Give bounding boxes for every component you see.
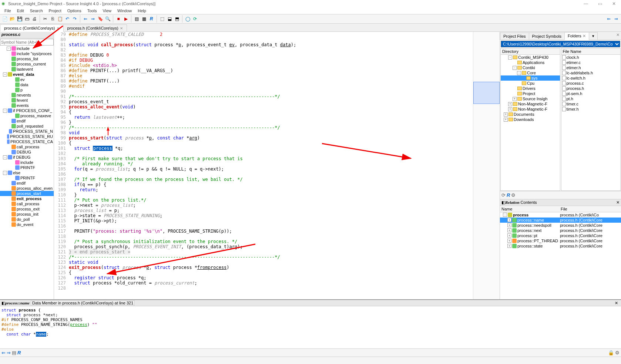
minimize-button[interactable]: — [580,1,591,7]
cut-icon[interactable]: ✂ [42,16,48,22]
symbol-row[interactable]: lastevent [0,67,54,72]
symbol-row[interactable]: process_start [0,191,54,196]
symbol-row[interactable]: -event_data [0,72,54,77]
relation-row[interactable]: +process::ptprocess.h (Contiki\Core [500,233,621,238]
panel1-icon[interactable]: ▤ [133,16,140,22]
right-tab[interactable]: Project Files [500,33,529,40]
symbol-row[interactable]: -else [0,170,54,175]
paste-icon[interactable]: 📋 [57,16,63,22]
search-icon[interactable]: 🔍 [104,16,111,22]
right-tab[interactable]: Folders ✕ [564,32,589,40]
symbol-row[interactable]: PRINTF [0,165,54,170]
relation-close-icon[interactable]: ✕ [616,200,620,205]
symbol-row[interactable]: endif [0,181,54,186]
file-row[interactable]: lc-switch.h [561,75,621,81]
relation-row[interactable]: +process::nextprocess.h (Contiki\Core [500,228,621,233]
back-icon[interactable]: ⇐ [82,16,89,22]
menu-tools[interactable]: Tools [84,9,100,13]
file-row[interactable]: pt-sem.h [561,91,621,96]
symbol-row[interactable]: process_current [0,61,54,67]
file-row[interactable]: clock.h [561,55,621,60]
sync-icon[interactable]: ⟳ [192,16,198,22]
dir-row[interactable]: +Non-Magnetic-F [501,107,560,112]
relation-row[interactable]: +process::nameprocess.h (Contiki\Core [500,218,621,223]
close-button[interactable]: ✕ [608,1,620,7]
dir-row[interactable]: +Source Insigh [501,96,560,101]
symbol-row[interactable]: process_alloc_even [0,186,54,191]
dir-row[interactable]: +Non-Magnetic-F [501,101,560,107]
right-close-icon[interactable]: ✕ [616,33,620,37]
dir-row[interactable]: +Documents [501,112,560,117]
ctx-fwd-icon[interactable]: ⇒ [7,350,11,355]
dir-row[interactable]: sys [501,75,560,81]
dir-row[interactable]: -Contiki [501,65,560,70]
symbol-row[interactable]: do_poll [0,217,54,222]
relation-r-icon[interactable]: R [507,192,510,198]
open-icon[interactable]: 📂 [9,16,16,22]
symbol-row[interactable]: ev [0,77,54,82]
dir-row[interactable]: Applications [501,60,560,65]
dir-row[interactable]: -Core [501,70,560,75]
build-icon[interactable]: ■ [115,16,122,22]
relation-row[interactable]: -processprocess.h (Contiki\Co [500,212,621,218]
circle-icon[interactable]: ◯ [184,16,191,22]
redo-icon[interactable]: ↷ [71,16,78,22]
symbol-row[interactable]: process_maxeve [0,113,54,118]
symbol-row[interactable]: include [0,160,54,165]
symbol-row[interactable]: call_process [0,144,54,149]
right-tab-dropdown[interactable]: ▾ [589,32,598,40]
file-pane[interactable]: File Name clock.hetimer.cetimer.hlc-addr… [561,48,621,191]
layout2-icon[interactable]: ⬓ [166,16,173,22]
symbol-row[interactable]: events [0,103,54,108]
ctx-back-icon[interactable]: ⇐ [1,350,6,355]
path-select[interactable]: C:\Users\12990\Desktop\Contiki_MSP430FR6… [501,41,620,47]
menu-project[interactable]: Project [46,9,64,13]
dir-row[interactable]: -Contiki_MSP430 [501,55,560,60]
symbol-row[interactable]: fevent [0,98,54,103]
directory-pane[interactable]: Directory -Contiki_MSP430Applications-Co… [500,48,560,191]
symbol-row[interactable]: -include [0,46,54,51]
symbol-row[interactable]: -if DEBUG [0,155,54,160]
file-row[interactable]: process.h [561,86,621,91]
menu-help[interactable]: Help [135,9,149,13]
file-row[interactable]: timer.h [561,107,621,112]
symbol-row[interactable]: PROCESS_STATE_CA [0,139,54,144]
relation-icon[interactable]: R [148,16,155,22]
symbol-row[interactable]: data [0,82,54,87]
file-row[interactable]: pt.h [561,96,621,101]
symbol-row[interactable]: PROCESS_STATE_N [0,129,54,134]
saveall-icon[interactable]: 🗃 [24,16,30,22]
run-icon[interactable]: ▶ [122,16,129,22]
menu-search[interactable]: Search [27,9,46,13]
symbol-row[interactable]: process_init [0,212,54,217]
relation-row[interactable]: +process::stateprocess.h (Contiki\Core [500,243,621,249]
relation-row[interactable]: +process::PT_THREADprocess.h (Contiki\Co… [500,238,621,243]
context-code[interactable]: struct process { struct process *next; #… [0,306,621,348]
symbol-search-input[interactable] [0,39,54,46]
right-tab[interactable]: Project Symbols [529,33,565,40]
symbol-row[interactable]: DEBUG [0,149,54,155]
gear2-icon[interactable]: ⚙ [511,192,516,198]
layout3-icon[interactable]: ⬒ [174,16,180,22]
symbol-row[interactable]: -if PROCESS_CONF_ [0,108,54,113]
symbol-row[interactable]: exit_process [0,196,54,201]
copy-icon[interactable]: ⎘ [49,16,56,22]
symbol-row[interactable]: poll_requested [0,124,54,129]
symbol-row[interactable]: PRINTF [0,175,54,181]
symbol-row[interactable]: do_event [0,222,54,227]
symbol-row[interactable]: process_exit [0,206,54,212]
ctx-gear-icon[interactable]: ⚙ [615,350,620,355]
symbol-row[interactable]: call_process [0,201,54,206]
file-row[interactable]: process.c [561,81,621,86]
fwd-icon[interactable]: ⇒ [90,16,96,22]
symbol-row[interactable]: PROCESS_STATE_RU [0,134,54,139]
ctx-lock-icon[interactable]: 🔒 [608,350,614,355]
refresh-folder-icon[interactable]: ⟳ [501,192,506,198]
tab-close-icon[interactable]: ✕ [57,26,60,30]
menu-edit[interactable]: Edit [14,9,27,13]
maximize-button[interactable]: ▭ [594,1,605,7]
menu-window[interactable]: Window [114,9,135,13]
symbol-row[interactable]: p [0,87,54,92]
file-row[interactable]: lc-addrlabels.h [561,70,621,75]
ctx-tb1-icon[interactable]: ▤ [12,350,16,355]
